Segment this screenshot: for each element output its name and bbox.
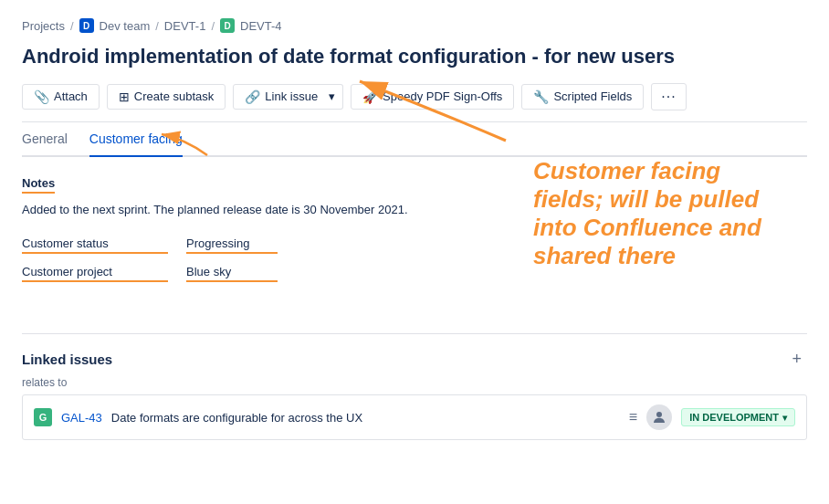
- avatar[interactable]: [646, 404, 672, 430]
- link-issue-label: Link issue: [265, 89, 318, 103]
- attach-button[interactable]: 📎 Attach: [22, 84, 100, 110]
- annotation-arrow-svg: [351, 77, 515, 150]
- create-subtask-label: Create subtask: [134, 89, 214, 103]
- notes-label: Notes: [22, 176, 55, 194]
- scripted-icon: 🔧: [533, 89, 549, 104]
- tab-general[interactable]: General: [22, 122, 68, 157]
- add-linked-issue-button[interactable]: +: [786, 349, 807, 369]
- issue-actions: ≡ IN DEVELOPMENT ▾: [629, 404, 795, 430]
- customer-project-value: Blue sky: [186, 265, 278, 282]
- subtask-icon: ⊞: [119, 89, 130, 104]
- breadcrumb-devteam[interactable]: Dev team: [100, 19, 151, 33]
- linked-issues-section: Linked issues + relates to G GAL-43 Date…: [22, 333, 807, 440]
- attach-label: Attach: [54, 89, 88, 103]
- customer-status-value: Progressing: [186, 236, 278, 254]
- relates-to-label: relates to: [22, 376, 807, 389]
- devteam-icon: D: [79, 18, 94, 33]
- customer-project-label: Customer project: [22, 265, 168, 282]
- breadcrumb: Projects / D Dev team / DEVT-1 / D DEVT-…: [22, 18, 807, 33]
- svg-point-2: [656, 412, 662, 417]
- issue-key[interactable]: GAL-43: [61, 411, 102, 425]
- status-badge[interactable]: IN DEVELOPMENT ▾: [681, 408, 795, 426]
- issue-icon: G: [34, 408, 52, 426]
- linked-issues-title: Linked issues: [22, 352, 112, 367]
- tab-customer-facing[interactable]: Customer facing: [89, 122, 183, 157]
- issue-summary: Date formats are configurable for across…: [111, 411, 620, 425]
- annotation: Customer facing fields; will be pulled i…: [533, 157, 789, 271]
- scripted-label: Scripted Fields: [553, 89, 632, 103]
- devt4-icon: D: [220, 18, 235, 33]
- link-issue-dropdown[interactable]: ▾: [321, 84, 343, 110]
- breadcrumb-devt1[interactable]: DEVT-1: [164, 19, 206, 33]
- link-issue-group: 🔗 Link issue ▾: [233, 84, 343, 110]
- customer-status-label: Customer status: [22, 236, 168, 254]
- breadcrumb-projects[interactable]: Projects: [22, 19, 65, 33]
- link-icon: 🔗: [245, 89, 260, 104]
- breadcrumb-sep1: /: [70, 19, 74, 33]
- issue-menu-icon[interactable]: ≡: [629, 409, 637, 425]
- breadcrumb-sep3: /: [211, 19, 215, 33]
- linked-issues-header: Linked issues +: [22, 349, 807, 369]
- annotation-text: Customer facing fields; will be pulled i…: [533, 157, 789, 271]
- breadcrumb-sep2: /: [155, 19, 159, 33]
- breadcrumb-devt4[interactable]: DEVT-4: [240, 19, 282, 33]
- attach-icon: 📎: [34, 89, 49, 104]
- scripted-button[interactable]: 🔧 Scripted Fields: [521, 84, 644, 110]
- status-label: IN DEVELOPMENT: [689, 412, 779, 423]
- linked-issue-row: G GAL-43 Date formats are configurable f…: [22, 394, 807, 440]
- status-chevron: ▾: [782, 413, 787, 423]
- content-area: Notes Added to the next sprint. The plan…: [22, 157, 807, 312]
- page-title: Android implementation of date format co…: [22, 44, 807, 70]
- create-subtask-button[interactable]: ⊞ Create subtask: [107, 84, 226, 110]
- link-issue-button[interactable]: 🔗 Link issue: [233, 84, 330, 110]
- more-button[interactable]: ···: [651, 83, 686, 110]
